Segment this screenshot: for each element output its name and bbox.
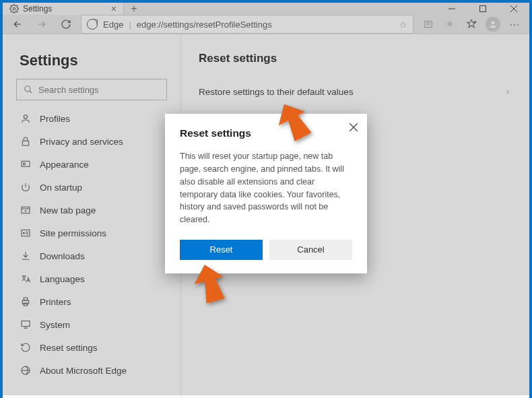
annotation-arrow-icon [275, 102, 313, 145]
annotation-arrow-icon [191, 264, 229, 307]
dialog-title: Reset settings [180, 127, 352, 139]
reset-button[interactable]: Reset [180, 240, 263, 260]
dialog-body: This will reset your startup page, new t… [180, 150, 352, 226]
cancel-button[interactable]: Cancel [269, 240, 352, 260]
browser-window: Settings × + Edge | edge://settings/rese… [3, 3, 529, 395]
modal-overlay: Reset settings This will reset your star… [3, 3, 529, 395]
dialog-close-button[interactable] [350, 123, 358, 131]
reset-dialog: Reset settings This will reset your star… [165, 114, 367, 273]
